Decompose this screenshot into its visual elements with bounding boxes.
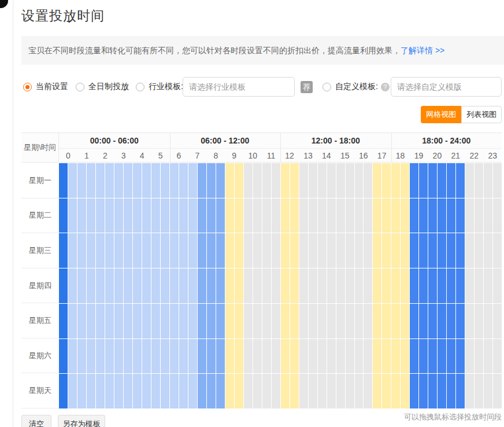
time-range-header[interactable]: 12:00 - 18:00 (280, 132, 391, 149)
timeslot-cell[interactable] (262, 163, 272, 198)
timeslot-cell[interactable] (161, 339, 170, 374)
timeslot-cell[interactable] (391, 268, 401, 303)
timeslot-cell[interactable] (299, 374, 309, 408)
timeslot-cell[interactable] (77, 198, 87, 233)
weekday-label[interactable]: 星期天 (21, 373, 59, 408)
timeslot-cell[interactable] (475, 163, 484, 198)
timeslot-cell[interactable] (235, 233, 244, 268)
timeslot-cell[interactable] (281, 304, 290, 338)
timeslot-cell[interactable] (318, 163, 327, 198)
timeslot-cell[interactable] (382, 339, 391, 374)
timeslot-cell[interactable] (124, 304, 133, 338)
timeslot-cell[interactable] (456, 374, 465, 408)
timeslot-cell[interactable] (77, 163, 87, 198)
timeslot-cell[interactable] (272, 339, 281, 374)
timeslot-cell[interactable] (438, 374, 447, 408)
radio-unselected-icon[interactable] (323, 83, 331, 91)
timeslot-cell[interactable] (281, 163, 290, 198)
timeslot-cell[interactable] (299, 339, 309, 374)
timeslot-cell[interactable] (151, 198, 161, 233)
timeslot-cell[interactable] (401, 163, 410, 198)
timeslot-cell[interactable] (484, 233, 493, 268)
timeslot-cell[interactable] (438, 163, 447, 198)
timeslot-cell[interactable] (262, 304, 272, 338)
timeslot-cell[interactable] (96, 339, 105, 374)
timeslot-cell[interactable] (438, 198, 447, 233)
timeslot-cell[interactable] (272, 268, 281, 303)
timeslot-cell[interactable] (290, 374, 299, 408)
timeslot-cell[interactable] (493, 339, 502, 374)
hour-header-cell[interactable]: 16 (354, 149, 373, 163)
timeslot-cell[interactable] (124, 233, 133, 268)
hour-header-cell[interactable]: 0 (59, 149, 77, 163)
timeslot-cell[interactable] (133, 304, 142, 338)
timeslot-cell[interactable] (179, 304, 188, 338)
timeslot-cell[interactable] (373, 233, 382, 268)
timeslot-cell[interactable] (188, 198, 198, 233)
timeslot-cell[interactable] (456, 304, 465, 338)
timeslot-cell[interactable] (253, 374, 262, 408)
time-range-header[interactable]: 18:00 - 24:00 (391, 132, 502, 149)
timeslot-cell[interactable] (87, 233, 96, 268)
timeslot-cell[interactable] (318, 374, 327, 408)
help-question-icon[interactable]: ? (381, 83, 390, 91)
timeslot-cell[interactable] (262, 268, 272, 303)
timeslot-cell[interactable] (346, 339, 355, 374)
timeslot-cell[interactable] (382, 268, 391, 303)
timeslot-cell[interactable] (447, 163, 456, 198)
timeslot-cell[interactable] (124, 163, 133, 198)
timeslot-cell[interactable] (142, 268, 151, 303)
timeslot-cell[interactable] (151, 304, 161, 338)
timeslot-cell[interactable] (309, 339, 318, 374)
timeslot-cell[interactable] (327, 339, 336, 374)
timeslot-cell[interactable] (114, 198, 124, 233)
timeslot-cell[interactable] (77, 374, 87, 408)
timeslot-cell[interactable] (346, 233, 355, 268)
timeslot-cell[interactable] (355, 304, 364, 338)
timeslot-cell[interactable] (410, 374, 419, 408)
hour-header-cell[interactable]: 20 (428, 149, 446, 163)
timeslot-cell[interactable] (281, 374, 290, 408)
timeslot-cell[interactable] (410, 163, 419, 198)
hour-header-cell[interactable]: 23 (483, 149, 502, 163)
timeslot-cell[interactable] (87, 268, 96, 303)
timeslot-cell[interactable] (382, 198, 391, 233)
timeslot-cell[interactable] (170, 198, 179, 233)
timeslot-cell[interactable] (281, 339, 290, 374)
timeslot-cell[interactable] (77, 339, 87, 374)
weekday-label[interactable]: 星期一 (21, 163, 59, 198)
timeslot-cell[interactable] (272, 304, 281, 338)
timeslot-cell[interactable] (105, 374, 114, 408)
timeslot-cell[interactable] (290, 304, 299, 338)
timeslot-cell[interactable] (401, 339, 410, 374)
timeslot-cell[interactable] (216, 233, 225, 268)
timeslot-cell[interactable] (207, 268, 216, 303)
weekday-label[interactable]: 星期四 (21, 268, 59, 304)
timeslot-cell[interactable] (299, 163, 309, 198)
timeslot-cell[interactable] (105, 233, 114, 268)
timeslot-cell[interactable] (401, 198, 410, 233)
timeslot-cell[interactable] (151, 163, 161, 198)
timeslot-cell[interactable] (327, 233, 336, 268)
timeslot-cell[interactable] (364, 339, 373, 374)
learn-more-link[interactable]: 了解详情 >> (401, 46, 444, 55)
timeslot-cell[interactable] (105, 304, 114, 338)
timeslot-cell[interactable] (114, 304, 124, 338)
timeslot-cell[interactable] (114, 268, 124, 303)
timeslot-cell[interactable] (198, 268, 207, 303)
weekday-label[interactable]: 星期三 (21, 233, 59, 268)
timeslot-cell[interactable] (142, 374, 151, 408)
timeslot-cell[interactable] (410, 268, 419, 303)
radio-current-settings[interactable]: 当前设置 (23, 77, 68, 97)
timeslot-cell[interactable] (151, 374, 161, 408)
timeslot-cell[interactable] (391, 374, 401, 408)
timeslot-cell[interactable] (364, 233, 373, 268)
timeslot-cell[interactable] (96, 304, 105, 338)
timeslot-cell[interactable] (244, 233, 253, 268)
timeslot-cell[interactable] (198, 339, 207, 374)
timeslot-cell[interactable] (401, 233, 410, 268)
timeslot-cell[interactable] (87, 198, 96, 233)
timeslot-cell[interactable] (151, 268, 161, 303)
timeslot-cell[interactable] (355, 233, 364, 268)
radio-custom-template[interactable]: 自定义模板: ? (323, 77, 390, 97)
